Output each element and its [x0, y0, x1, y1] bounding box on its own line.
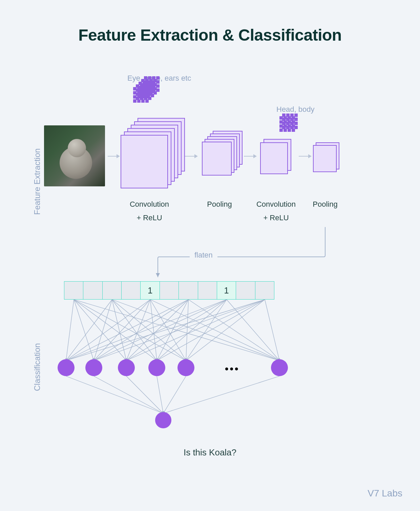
- credit-label: V7 Labs: [368, 488, 402, 499]
- svg-line-19: [94, 300, 188, 361]
- page-title: Feature Extraction & Classification: [0, 0, 420, 44]
- svg-line-0: [66, 300, 74, 361]
- svg-line-26: [126, 300, 227, 361]
- arrow-icon: [299, 156, 309, 157]
- stage-label-pool2: Pooling: [305, 200, 345, 209]
- svg-line-31: [94, 300, 265, 361]
- stage-label-conv1: Convolution + ReLU: [121, 200, 178, 222]
- svg-line-6: [66, 300, 112, 361]
- arrow-icon: [185, 156, 195, 157]
- svg-line-10: [112, 300, 186, 361]
- svg-line-13: [94, 300, 150, 361]
- hidden-node: [118, 359, 135, 376]
- svg-line-34: [186, 300, 265, 361]
- ellipsis-icon: •••: [225, 363, 240, 375]
- vector-cell-value: 1: [217, 281, 236, 300]
- section-label-feature-extraction: Feature Extraction: [33, 148, 42, 215]
- svg-line-1: [74, 300, 94, 361]
- svg-line-38: [126, 376, 163, 413]
- svg-line-3: [74, 300, 157, 361]
- svg-line-18: [66, 300, 188, 361]
- svg-line-21: [157, 300, 188, 361]
- svg-line-4: [74, 300, 186, 361]
- stage-label-conv2: Convolution + ReLU: [247, 200, 305, 222]
- hidden-node: [271, 359, 288, 376]
- svg-line-20: [126, 300, 188, 361]
- svg-line-16: [150, 300, 186, 361]
- vector-cell: [64, 281, 83, 300]
- svg-line-2: [74, 300, 126, 361]
- svg-line-40: [163, 376, 186, 413]
- svg-line-27: [157, 300, 227, 361]
- svg-line-5: [74, 300, 279, 361]
- svg-line-39: [157, 376, 163, 413]
- flattened-vector: 11: [64, 281, 274, 300]
- vector-cell: [255, 281, 274, 300]
- arrow-icon: [108, 156, 117, 157]
- vector-cell: [102, 281, 122, 300]
- svg-line-25: [94, 300, 227, 361]
- vector-cell: [160, 281, 179, 300]
- svg-line-35: [265, 300, 279, 361]
- svg-line-36: [66, 376, 163, 413]
- svg-line-33: [157, 300, 265, 361]
- svg-line-32: [126, 300, 265, 361]
- svg-line-24: [66, 300, 227, 361]
- svg-line-9: [112, 300, 157, 361]
- svg-line-37: [94, 376, 163, 413]
- hidden-node: [85, 359, 102, 376]
- svg-line-29: [227, 300, 279, 361]
- hidden-node: [58, 359, 75, 376]
- svg-line-28: [186, 300, 227, 361]
- svg-line-23: [188, 300, 279, 361]
- vector-cell: [83, 281, 102, 300]
- hidden-node: [148, 359, 165, 376]
- stage-label-pool1: Pooling: [199, 200, 240, 209]
- vector-cell: [236, 281, 255, 300]
- input-image-koala: [44, 125, 105, 186]
- vector-cell: [121, 281, 141, 300]
- output-node: [155, 412, 171, 428]
- vector-cell: [198, 281, 217, 300]
- svg-line-15: [150, 300, 157, 361]
- svg-line-11: [112, 300, 279, 361]
- svg-line-41: [163, 376, 279, 413]
- arrow-icon: [244, 156, 254, 157]
- svg-line-12: [66, 300, 150, 361]
- svg-line-14: [126, 300, 150, 361]
- flatten-label: flaten: [190, 251, 217, 260]
- vector-cell-value: 1: [140, 281, 160, 300]
- annotation-conv2-features: Head, body: [276, 105, 315, 114]
- output-question: Is this Koala?: [0, 447, 420, 458]
- vector-cell: [178, 281, 198, 300]
- svg-line-7: [94, 300, 112, 361]
- section-label-classification: Classification: [33, 343, 42, 391]
- hidden-node: [177, 359, 194, 376]
- svg-line-22: [186, 300, 188, 361]
- svg-line-30: [66, 300, 265, 361]
- svg-line-8: [112, 300, 126, 361]
- svg-line-17: [150, 300, 279, 361]
